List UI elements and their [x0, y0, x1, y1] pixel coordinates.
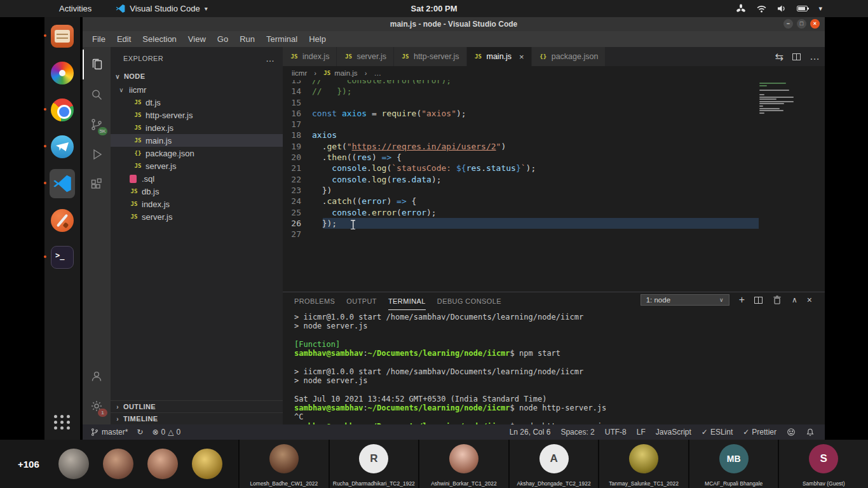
cursor-position-item[interactable]: Ln 26, Col 6 [506, 428, 555, 437]
prettier-item[interactable]: ✓Prettier [739, 428, 780, 437]
tree-item-server.js[interactable]: JSserver.js [111, 210, 283, 223]
menu-help[interactable]: Help [303, 32, 332, 46]
panel-tab-debug-console[interactable]: DEBUG CONSOLE [437, 292, 501, 310]
split-terminal-icon[interactable] [754, 297, 763, 304]
participant-tile[interactable]: Ashwini_Borkar_TC1_2022 [418, 440, 508, 488]
breadcrumb-symbol[interactable]: … [374, 69, 382, 77]
indentation-item[interactable]: Spaces: 2 [557, 428, 598, 437]
participant-tile[interactable]: RRucha_Dharmadhikari_TC2_1922 [329, 440, 419, 488]
compare-editor-icon[interactable]: ⇆ [775, 51, 783, 63]
panel-tab-problems[interactable]: PROBLEMS [294, 292, 335, 310]
activitybar-explorer[interactable] [83, 50, 111, 79]
participant-avatar[interactable] [192, 449, 222, 479]
dock-item-files[interactable] [50, 24, 75, 49]
eslint-item[interactable]: ✓ESLint [698, 428, 736, 437]
workspace-section-header[interactable]: ∨ NODE [111, 69, 283, 83]
outline-section[interactable]: › OUTLINE [111, 400, 283, 412]
tree-item-http-server.js[interactable]: JShttp-server.js [111, 109, 283, 121]
terminal-line: > node server.js [294, 376, 818, 385]
code-editor[interactable]: 13// console.error(error);14// });1516co… [283, 80, 825, 277]
language-mode-item[interactable]: JavaScript [652, 428, 695, 437]
show-applications-button[interactable] [54, 415, 71, 430]
participant-tile[interactable]: AAkshay_Dhongade_TC2_1922 [508, 440, 599, 488]
tree-item-index.js[interactable]: JSindex.js [111, 198, 283, 210]
participant-tile[interactable]: Tanmay_Salunke_TC1_2022 [598, 440, 688, 488]
terminal-picker[interactable]: 1: node ∨ [641, 294, 729, 306]
menu-go[interactable]: Go [212, 32, 234, 46]
dock-item-vscode[interactable] [50, 171, 75, 196]
token: `statusCode: [391, 163, 456, 173]
git-branch-item[interactable]: master* [86, 428, 132, 437]
tab-http-server.js[interactable]: JShttp-server.js [394, 47, 467, 66]
maximize-button[interactable]: □ [797, 19, 806, 29]
notifications-item[interactable] [802, 428, 818, 437]
tree-item-db.js[interactable]: JSdb.js [111, 185, 283, 198]
chat-app-icon [51, 135, 74, 158]
activitybar-search[interactable] [83, 79, 111, 109]
menu-terminal[interactable]: Terminal [261, 32, 303, 46]
menu-edit[interactable]: Edit [111, 32, 137, 46]
line-number: 19 [283, 141, 312, 152]
minimap[interactable] [759, 83, 796, 116]
dock-item-chrome[interactable] [50, 97, 75, 123]
tree-item-index.js[interactable]: JSindex.js [111, 121, 283, 134]
tree-item-server.js[interactable]: JSserver.js [111, 159, 283, 172]
menu-selection[interactable]: Selection [137, 32, 182, 46]
system-tray[interactable]: ▾ [736, 0, 822, 17]
activitybar-settings[interactable]: 1 [83, 391, 111, 421]
window-title-bar[interactable]: main.js - node - Visual Studio Code − □ … [83, 17, 825, 31]
activitybar-source-control[interactable]: 5K [83, 109, 111, 139]
breadcrumb-file[interactable]: main.js [334, 69, 357, 77]
participant-tile[interactable]: MBMCAF_Rupali Bhangale [688, 440, 778, 488]
close-tab-icon[interactable]: × [519, 52, 524, 62]
line-number: 27 [283, 229, 312, 240]
breadcrumb[interactable]: iicmr › JS main.js › … [283, 66, 825, 80]
tree-item-main.js[interactable]: JSmain.js [111, 134, 283, 147]
participant-avatar[interactable] [103, 449, 133, 479]
run-debug-icon [89, 147, 104, 162]
dock-item-terminal[interactable] [50, 245, 75, 270]
more-actions-icon[interactable]: … [266, 53, 275, 64]
activitybar-extensions[interactable] [83, 169, 111, 199]
tree-item-dt.js[interactable]: JSdt.js [111, 96, 283, 109]
sync-item[interactable]: ↻ [133, 428, 147, 437]
more-actions-icon[interactable]: … [810, 51, 820, 62]
kill-terminal-trash-icon[interactable] [772, 295, 782, 305]
close-panel-icon[interactable]: × [807, 295, 812, 305]
split-editor-icon[interactable] [792, 53, 801, 60]
activitybar-run-debug[interactable] [83, 139, 111, 169]
tab-package.json[interactable]: {}package.json [532, 47, 606, 66]
tab-index.js[interactable]: JSindex.js [283, 47, 337, 66]
participant-avatar[interactable] [147, 449, 178, 479]
participant-avatar[interactable] [58, 449, 89, 479]
breadcrumb-folder[interactable]: iicmr [292, 69, 307, 77]
participant-tile[interactable]: SSambhav (Guest) [778, 440, 868, 488]
menu-file[interactable]: File [86, 32, 111, 46]
timeline-section[interactable]: › TIMELINE [111, 412, 283, 424]
close-button[interactable]: × [810, 19, 820, 29]
panel-tab-output[interactable]: OUTPUT [346, 292, 377, 310]
eol-item[interactable]: LF [633, 428, 649, 437]
tab-server.js[interactable]: JSserver.js [337, 47, 394, 66]
menu-run[interactable]: Run [234, 32, 261, 46]
dock-item-media[interactable] [50, 60, 75, 86]
terminal-output[interactable]: > iicmr@1.0.0 start /home/sambhav/Docume… [294, 313, 818, 423]
minimize-button[interactable]: − [783, 19, 793, 29]
dock-item-tools[interactable] [50, 208, 75, 233]
media-pinwheel-icon [51, 62, 74, 85]
tree-item-package.json[interactable]: {}package.json [111, 147, 283, 159]
encoding-item[interactable]: UTF-8 [601, 428, 630, 437]
participant-tile[interactable]: Lomesh_Badhe_CW1_2022 [238, 440, 329, 488]
maximize-panel-icon[interactable]: ∧ [792, 295, 797, 304]
problems-item[interactable]: ⊗0 △0 [148, 428, 184, 437]
new-terminal-icon[interactable]: + [739, 294, 745, 306]
activitybar-account[interactable] [83, 361, 111, 391]
tab-main.js[interactable]: JSmain.js× [467, 47, 532, 66]
feedback-item[interactable] [783, 428, 799, 437]
participants-overflow-tile[interactable]: +106 [0, 440, 238, 488]
tree-item-iicmr[interactable]: ∨iicmr [111, 83, 283, 96]
tree-item-.sql[interactable]: .sql [111, 172, 283, 185]
panel-tab-terminal[interactable]: TERMINAL [388, 292, 426, 310]
dock-item-chat[interactable] [50, 134, 75, 159]
menu-view[interactable]: View [182, 32, 212, 46]
